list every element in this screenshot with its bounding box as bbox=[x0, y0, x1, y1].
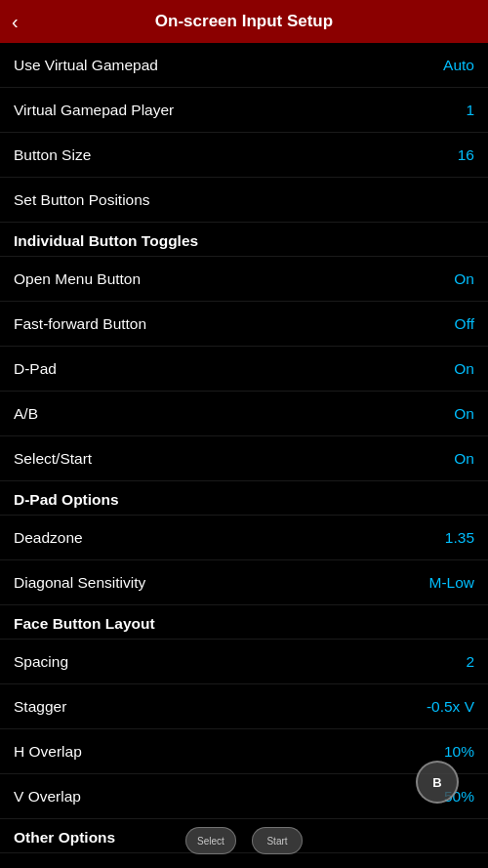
back-button[interactable]: ‹ bbox=[12, 11, 19, 33]
row-v-overlap[interactable]: V Overlap50% bbox=[0, 774, 488, 819]
row-value-v-overlap: 50% bbox=[444, 788, 474, 806]
section-section-individual: Individual Button Toggles bbox=[0, 223, 488, 257]
row-label-open-menu-button: Open Menu Button bbox=[14, 270, 141, 288]
row-label-stagger: Stagger bbox=[14, 698, 66, 716]
row-value-d-pad: On bbox=[454, 360, 474, 378]
row-spacing[interactable]: Spacing2 bbox=[0, 640, 488, 684]
row-virtual-gamepad-player[interactable]: Virtual Gamepad Player1 bbox=[0, 88, 488, 133]
row-label-ab: A/B bbox=[14, 405, 38, 423]
row-value-virtual-gamepad-player: 1 bbox=[466, 102, 474, 119]
row-value-ab: On bbox=[454, 405, 474, 423]
section-section-dpad: D-Pad Options bbox=[0, 481, 488, 516]
row-label-h-overlap: H Overlap bbox=[14, 743, 82, 761]
section-section-face: Face Button Layout bbox=[0, 605, 488, 640]
row-label-virtual-gamepad-player: Virtual Gamepad Player bbox=[14, 102, 174, 119]
section-label: Individual Button Toggles bbox=[14, 232, 198, 249]
row-label-diagonal-sensitivity: Diagonal Sensitivity bbox=[14, 574, 145, 592]
row-show-bounding-boxes[interactable]: Show Bounding BoxesOff bbox=[0, 853, 488, 868]
section-label: Other Options bbox=[14, 829, 115, 846]
row-value-spacing: 2 bbox=[466, 653, 474, 671]
row-set-button-positions[interactable]: Set Button Positions bbox=[0, 178, 488, 223]
section-label: Face Button Layout bbox=[14, 615, 155, 632]
row-button-size[interactable]: Button Size16 bbox=[0, 133, 488, 178]
row-open-menu-button[interactable]: Open Menu ButtonOn bbox=[0, 257, 488, 302]
row-fast-forward-button[interactable]: Fast-forward ButtonOff bbox=[0, 302, 488, 347]
row-stagger[interactable]: Stagger-0.5x V bbox=[0, 684, 488, 729]
row-use-virtual-gamepad[interactable]: Use Virtual GamepadAuto bbox=[0, 43, 488, 88]
row-value-stagger: -0.5x V bbox=[427, 698, 474, 716]
row-value-fast-forward-button: Off bbox=[455, 315, 474, 333]
section-section-other: Other Options bbox=[0, 819, 488, 853]
row-label-deadzone: Deadzone bbox=[14, 529, 83, 547]
row-deadzone[interactable]: Deadzone1.35 bbox=[0, 516, 488, 560]
row-value-select-start: On bbox=[454, 450, 474, 468]
row-label-button-size: Button Size bbox=[14, 146, 91, 164]
row-value-h-overlap: 10% bbox=[444, 743, 474, 761]
row-label-fast-forward-button: Fast-forward Button bbox=[14, 315, 146, 333]
row-select-start[interactable]: Select/StartOn bbox=[0, 436, 488, 481]
section-label: D-Pad Options bbox=[14, 491, 119, 508]
row-value-open-menu-button: On bbox=[454, 270, 474, 288]
row-diagonal-sensitivity[interactable]: Diagonal SensitivityM-Low bbox=[0, 560, 488, 605]
row-value-button-size: 16 bbox=[458, 146, 474, 164]
row-d-pad[interactable]: D-PadOn bbox=[0, 347, 488, 392]
row-label-spacing: Spacing bbox=[14, 653, 68, 671]
row-value-diagonal-sensitivity: M-Low bbox=[428, 574, 474, 592]
header-title: On-screen Input Setup bbox=[12, 12, 476, 31]
row-label-set-button-positions: Set Button Positions bbox=[14, 191, 150, 209]
row-label-select-start: Select/Start bbox=[14, 450, 92, 468]
row-value-use-virtual-gamepad: Auto bbox=[443, 57, 474, 74]
row-ab[interactable]: A/BOn bbox=[0, 392, 488, 436]
header: ‹ On-screen Input Setup bbox=[0, 0, 488, 43]
row-h-overlap[interactable]: H Overlap10% bbox=[0, 729, 488, 774]
row-label-use-virtual-gamepad: Use Virtual Gamepad bbox=[14, 57, 158, 74]
settings-list: Use Virtual GamepadAutoVirtual Gamepad P… bbox=[0, 43, 488, 868]
row-label-d-pad: D-Pad bbox=[14, 360, 57, 378]
row-value-deadzone: 1.35 bbox=[445, 529, 474, 547]
row-label-v-overlap: V Overlap bbox=[14, 788, 81, 806]
